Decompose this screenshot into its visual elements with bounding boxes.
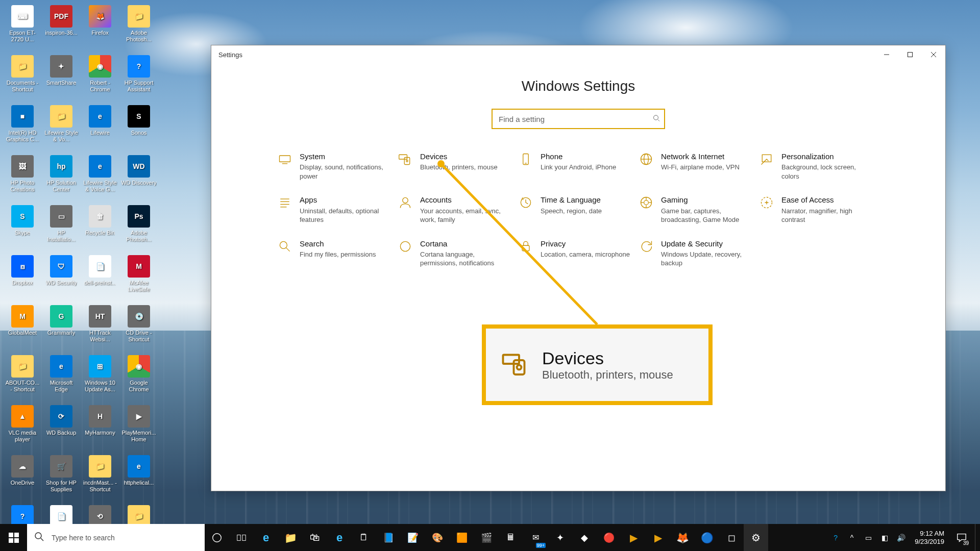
desktop-icon[interactable]: ☁OneDrive	[4, 455, 41, 500]
desktop-icon[interactable]: ▲VLC media player	[4, 405, 41, 450]
timeline-button[interactable]	[229, 524, 254, 551]
desktop-icon-label: Recycle Bin	[85, 230, 115, 236]
battery-tray-icon[interactable]: ▭	[862, 524, 875, 551]
desktop-icon[interactable]: HMyHarmony	[82, 405, 118, 450]
desktop-icon[interactable]: ⊞Windows 10 Update As...	[82, 355, 118, 400]
app-icon[interactable]: ◆	[572, 524, 597, 551]
desktop-icon[interactable]: 💿CD Drive - Shortcut	[120, 305, 157, 350]
desktop-icon[interactable]: MGlobalMeet	[4, 305, 41, 350]
settings-category-personalization[interactable]: Personalization Background, lock screen,…	[759, 152, 879, 181]
action-center-button[interactable]: 39	[951, 524, 972, 551]
settings-category-network[interactable]: Network & Internet Wi-Fi, airplane mode,…	[639, 152, 759, 181]
settings-category-apps[interactable]: Apps Uninstall, defaults, optional featu…	[277, 195, 398, 224]
desktop-icon[interactable]: ✦SmartShare	[43, 55, 80, 100]
minimize-button[interactable]	[875, 45, 898, 64]
help-tray-icon[interactable]: ?	[829, 524, 842, 551]
taskbar-pinned-apps: e 📁 🛍 e 🗒 📘 📝 🎨 🟧 🎬 🖩 ✉99+ ✦ ◆ 🔴 ▶ ▶ 🦊 🔵…	[205, 524, 768, 551]
desktop-icon[interactable]: ◉Google Chrome	[120, 355, 157, 400]
settings-category-update[interactable]: Update & Security Windows Update, recove…	[639, 239, 759, 268]
reader-icon[interactable]: 📘	[376, 524, 401, 551]
taskbar-clock[interactable]: 9:12 AM 9/23/2019	[911, 530, 948, 545]
desktop-icon[interactable]: ◉Robert - Chrome	[82, 55, 118, 100]
show-desktop-button[interactable]	[975, 524, 978, 551]
settings-category-cortana[interactable]: Cortana Cortana language, permissions, n…	[398, 239, 518, 268]
start-button[interactable]	[0, 524, 27, 551]
desktop-icon[interactable]: hpHP Solution Center	[43, 155, 80, 200]
desktop-icon[interactable]: ehttphelical...	[120, 455, 157, 500]
desktop-icon[interactable]: 📁Adobe Photosh...	[120, 5, 157, 50]
desktop-icon[interactable]: 📁ABOUT-CO... - Shortcut	[4, 355, 41, 400]
media-icon[interactable]: 🟧	[450, 524, 474, 551]
category-title: Apps	[300, 195, 393, 205]
desktop-icon[interactable]: ?HP Support Assistant	[120, 55, 157, 100]
file-explorer-icon[interactable]: 📁	[278, 524, 303, 551]
plex-icon[interactable]: ▶	[646, 524, 670, 551]
desktop-icon[interactable]: 🛒Shop for HP Supplies	[43, 455, 80, 500]
desktop-icon[interactable]: PDFinspiron-36...	[43, 5, 80, 50]
firefox-icon[interactable]: 🦊	[670, 524, 695, 551]
settings-category-privacy[interactable]: Privacy Location, camera, microphone	[518, 239, 639, 268]
ie-icon[interactable]: e	[327, 524, 352, 551]
desktop-icon[interactable]: GGrammarly	[43, 305, 80, 350]
task-view-button[interactable]	[205, 524, 229, 551]
edge-icon[interactable]: e	[254, 524, 278, 551]
settings-taskbar-icon[interactable]: ⚙	[744, 524, 768, 551]
app-icon[interactable]: ◻	[719, 524, 744, 551]
desktop-icon[interactable]: 📁Lifewire Style & Vo...	[43, 105, 80, 150]
settings-category-phone[interactable]: Phone Link your Android, iPhone	[518, 152, 639, 181]
desktop-icon[interactable]: ▶PlayMemori... Home	[120, 405, 157, 450]
sticky-notes-icon[interactable]: 🗒	[352, 524, 376, 551]
desktop-icon[interactable]: ▭HP Installatio...	[43, 205, 80, 250]
network-tray-icon[interactable]: ◧	[878, 524, 891, 551]
settings-category-accounts[interactable]: Accounts Your accounts, email, sync, wor…	[398, 195, 518, 224]
desktop-icon[interactable]: HTHTTrack Websi...	[82, 305, 118, 350]
settings-category-gaming[interactable]: Gaming Game bar, captures, broadcasting,…	[639, 195, 759, 224]
desktop-icon[interactable]: SSonos	[120, 105, 157, 150]
app-icon: hp	[50, 155, 72, 178]
desktop-icon[interactable]: WDWD Discovery	[120, 155, 157, 200]
settings-category-time[interactable]: A Time & Language Speech, region, date	[518, 195, 639, 224]
desktop-icon[interactable]: PsAdobe Photosh...	[120, 205, 157, 250]
network-icon	[639, 152, 654, 167]
desktop-icon[interactable]: ⌨Epson ET-2720 U...	[4, 5, 41, 50]
desktop-icon[interactable]: eMicrosoft Edge	[43, 355, 80, 400]
desktop-icon[interactable]: 📄dell-preinst...	[82, 255, 118, 300]
settings-search-input[interactable]	[492, 109, 665, 129]
paint-icon[interactable]: 🎨	[425, 524, 450, 551]
settings-category-ease[interactable]: Ease of Access Narrator, magnifier, high…	[759, 195, 879, 224]
chrome-icon[interactable]: 🔵	[695, 524, 719, 551]
plex-icon[interactable]: ▶	[621, 524, 646, 551]
desktop-icon[interactable]: MMcAfee LiveSafe	[120, 255, 157, 300]
settings-category-system[interactable]: System Display, sound, notifications, po…	[277, 152, 398, 181]
maximize-button[interactable]	[898, 45, 922, 64]
mail-icon[interactable]: ✉99+	[523, 524, 548, 551]
desktop-icon[interactable]: eLifewire	[82, 105, 118, 150]
desktop-icon[interactable]: eLifewire Style & Voice G...	[82, 155, 118, 200]
store-icon[interactable]: 🛍	[303, 524, 327, 551]
app-icon[interactable]: 🔴	[597, 524, 621, 551]
desktop-icon-label: McAfee LiveSafe	[120, 280, 157, 292]
svg-line-45	[41, 538, 43, 541]
settings-category-search[interactable]: Search Find my files, permissions	[277, 239, 398, 268]
desktop-icon[interactable]: 🗑Recycle Bin	[82, 205, 118, 250]
desktop-icon[interactable]: 🦊Firefox	[82, 5, 118, 50]
desktop-icon[interactable]: ⧈Dropbox	[4, 255, 41, 300]
desktop-icon[interactable]: ⟳WD Backup	[43, 405, 80, 450]
desktop-icon[interactable]: 🖼HP Photo Creations	[4, 155, 41, 200]
desktop-icon[interactable]: 📁Documents - Shortcut	[4, 55, 41, 100]
desktop-icon[interactable]: ■Intel(R) HD Graphics C...	[4, 105, 41, 150]
movies-icon[interactable]: 🎬	[474, 524, 499, 551]
close-button[interactable]	[922, 45, 945, 64]
volume-tray-icon[interactable]: 🔊	[894, 524, 908, 551]
settings-titlebar[interactable]: Settings	[211, 45, 945, 64]
settings-category-devices[interactable]: Devices Bluetooth, printers, mouse	[398, 152, 518, 181]
app-icon[interactable]: ✦	[548, 524, 572, 551]
category-title: Ease of Access	[781, 195, 874, 205]
desktop-icon[interactable]: 📁incdnMast... - Shortcut	[82, 455, 118, 500]
taskbar-search[interactable]: Type here to search	[27, 524, 205, 551]
notepad-icon[interactable]: 📝	[401, 524, 425, 551]
tray-chevron-icon[interactable]: ^	[845, 524, 859, 551]
calculator-icon[interactable]: 🖩	[499, 524, 523, 551]
desktop-icon[interactable]: SSkype	[4, 205, 41, 250]
desktop-icon[interactable]: 🛡WD Security	[43, 255, 80, 300]
